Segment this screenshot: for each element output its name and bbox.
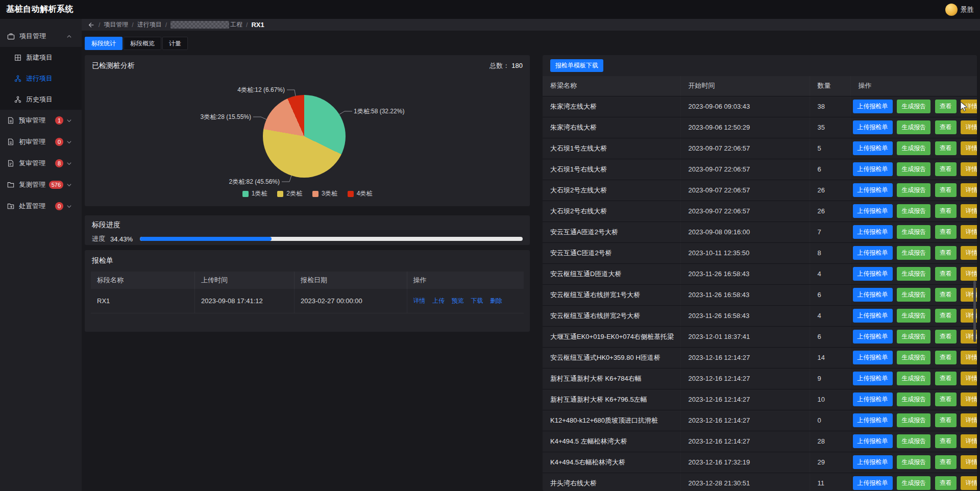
upload-inspection-button[interactable]: 上传报检单 xyxy=(853,309,893,323)
detail-button[interactable]: 详情 xyxy=(961,162,977,176)
generate-report-button[interactable]: 生成报告 xyxy=(897,330,930,343)
generate-report-button[interactable]: 生成报告 xyxy=(897,434,930,448)
template-download-button[interactable]: 报检单模板下载 xyxy=(550,59,603,72)
generate-report-button[interactable]: 生成报告 xyxy=(897,267,930,281)
pie-chart[interactable] xyxy=(263,95,346,178)
legend-item[interactable]: 3类桩 xyxy=(312,189,337,198)
detail-button[interactable]: 详情 xyxy=(961,413,977,427)
view-button[interactable]: 查看 xyxy=(935,434,957,448)
sidebar-item-history-project[interactable]: 历史项目 xyxy=(0,89,82,110)
upload-inspection-button[interactable]: 上传报检单 xyxy=(853,162,893,176)
breadcrumb-ongoing-projects[interactable]: 进行项目 xyxy=(137,20,162,29)
upload-inspection-button[interactable]: 上传报检单 xyxy=(853,476,893,490)
view-button[interactable]: 查看 xyxy=(935,351,957,364)
view-button[interactable]: 查看 xyxy=(935,455,957,469)
detail-button[interactable]: 详情 xyxy=(961,267,977,281)
generate-report-button[interactable]: 生成报告 xyxy=(897,204,930,218)
sidebar-item-retest-management[interactable]: 复测管理 576 xyxy=(0,174,82,195)
detail-button[interactable]: 详情 xyxy=(961,225,977,239)
scrollbar-thumb[interactable] xyxy=(973,281,976,342)
sidebar-item-new-project[interactable]: 新建项目 xyxy=(0,47,82,68)
upload-inspection-button[interactable]: 上传报检单 xyxy=(853,120,893,134)
sidebar-item-review-management[interactable]: 复审管理 8 xyxy=(0,153,82,174)
breadcrumb-project-management[interactable]: 项目管理 xyxy=(104,20,128,29)
sidebar-item-ongoing-project[interactable]: 进行项目 xyxy=(0,68,82,89)
detail-button[interactable]: 详情 xyxy=(961,204,977,218)
view-button[interactable]: 查看 xyxy=(935,120,957,134)
generate-report-button[interactable]: 生成报告 xyxy=(897,225,930,239)
generate-report-button[interactable]: 生成报告 xyxy=(897,476,930,490)
upload-inspection-button[interactable]: 上传报检单 xyxy=(853,455,893,469)
upload-inspection-button[interactable]: 上传报检单 xyxy=(853,225,893,239)
detail-button[interactable]: 详情 xyxy=(961,120,977,134)
upload-inspection-button[interactable]: 上传报检单 xyxy=(853,413,893,427)
detail-button[interactable]: 详情 xyxy=(961,246,977,260)
upload-inspection-button[interactable]: 上传报检单 xyxy=(853,141,893,155)
view-button[interactable]: 查看 xyxy=(935,309,957,323)
detail-button[interactable]: 详情 xyxy=(961,100,977,113)
detail-button[interactable]: 详情 xyxy=(961,372,977,385)
upload-link[interactable]: 上传 xyxy=(432,297,445,304)
upload-inspection-button[interactable]: 上传报检单 xyxy=(853,204,893,218)
view-button[interactable]: 查看 xyxy=(935,288,957,302)
upload-inspection-button[interactable]: 上传报检单 xyxy=(853,351,893,364)
upload-inspection-button[interactable]: 上传报检单 xyxy=(853,330,893,343)
view-button[interactable]: 查看 xyxy=(935,372,957,385)
upload-inspection-button[interactable]: 上传报检单 xyxy=(853,372,893,385)
upload-inspection-button[interactable]: 上传报检单 xyxy=(853,288,893,302)
generate-report-button[interactable]: 生成报告 xyxy=(897,100,930,113)
generate-report-button[interactable]: 生成报告 xyxy=(897,246,930,260)
detail-button[interactable]: 详情 xyxy=(961,141,977,155)
user-area[interactable]: 景胜 xyxy=(945,4,974,16)
download-link[interactable]: 下载 xyxy=(471,297,483,304)
tab-section-overview[interactable]: 标段概览 xyxy=(124,37,161,50)
upload-inspection-button[interactable]: 上传报检单 xyxy=(853,100,893,113)
generate-report-button[interactable]: 生成报告 xyxy=(897,372,930,385)
view-button[interactable]: 查看 xyxy=(935,162,957,176)
view-button[interactable]: 查看 xyxy=(935,413,957,427)
view-button[interactable]: 查看 xyxy=(935,246,957,260)
sidebar-item-disposal-management[interactable]: 处置管理 0 xyxy=(0,195,82,217)
detail-link[interactable]: 详情 xyxy=(413,297,426,304)
view-button[interactable]: 查看 xyxy=(935,225,957,239)
generate-report-button[interactable]: 生成报告 xyxy=(897,413,930,427)
user-avatar[interactable] xyxy=(945,4,958,16)
sidebar-item-first-audit-management[interactable]: 初审管理 0 xyxy=(0,131,82,153)
upload-inspection-button[interactable]: 上传报检单 xyxy=(853,246,893,260)
generate-report-button[interactable]: 生成报告 xyxy=(897,351,930,364)
upload-inspection-button[interactable]: 上传报检单 xyxy=(853,434,893,448)
view-button[interactable]: 查看 xyxy=(935,267,957,281)
upload-inspection-button[interactable]: 上传报检单 xyxy=(853,392,893,406)
view-button[interactable]: 查看 xyxy=(935,204,957,218)
detail-button[interactable]: 详情 xyxy=(961,476,977,490)
preview-link[interactable]: 预览 xyxy=(452,297,464,304)
detail-button[interactable]: 详情 xyxy=(961,351,977,364)
generate-report-button[interactable]: 生成报告 xyxy=(897,141,930,155)
generate-report-button[interactable]: 生成报告 xyxy=(897,288,930,302)
generate-report-button[interactable]: 生成报告 xyxy=(897,455,930,469)
generate-report-button[interactable]: 生成报告 xyxy=(897,120,930,134)
view-button[interactable]: 查看 xyxy=(935,141,957,155)
generate-report-button[interactable]: 生成报告 xyxy=(897,392,930,406)
view-button[interactable]: 查看 xyxy=(935,392,957,406)
detail-button[interactable]: 详情 xyxy=(961,392,977,406)
upload-inspection-button[interactable]: 上传报检单 xyxy=(853,267,893,281)
delete-link[interactable]: 删除 xyxy=(490,297,502,304)
detail-button[interactable]: 详情 xyxy=(961,183,977,197)
generate-report-button[interactable]: 生成报告 xyxy=(897,183,930,197)
detail-button[interactable]: 详情 xyxy=(961,455,977,469)
upload-inspection-button[interactable]: 上传报检单 xyxy=(853,183,893,197)
view-button[interactable]: 查看 xyxy=(935,476,957,490)
view-button[interactable]: 查看 xyxy=(935,100,957,113)
view-button[interactable]: 查看 xyxy=(935,330,957,343)
back-icon[interactable] xyxy=(88,21,95,29)
tab-section-statistics[interactable]: 标段统计 xyxy=(85,37,122,50)
generate-report-button[interactable]: 生成报告 xyxy=(897,309,930,323)
sidebar-item-project-management[interactable]: 项目管理 xyxy=(0,26,82,47)
legend-item[interactable]: 4类桩 xyxy=(348,189,373,198)
detail-button[interactable]: 详情 xyxy=(961,434,977,448)
view-button[interactable]: 查看 xyxy=(935,183,957,197)
legend-item[interactable]: 1类桩 xyxy=(242,189,267,198)
tab-measurement[interactable]: 计量 xyxy=(162,37,188,50)
sidebar-item-preaudit-management[interactable]: 预审管理 1 xyxy=(0,110,82,131)
